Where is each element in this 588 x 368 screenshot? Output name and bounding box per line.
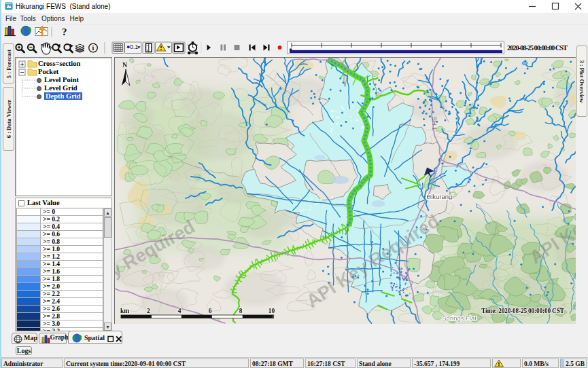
svg-text:2020-08-25 00:00:00 CST: 2020-08-25 00:00:00 CST	[507, 44, 568, 52]
svg-text:4: 4	[178, 308, 181, 314]
svg-text:km: km	[120, 308, 129, 314]
svg-text:6: 6	[209, 308, 212, 314]
svg-text:Hikurangi: Hikurangi	[426, 193, 453, 200]
svg-text:SH 1: SH 1	[431, 117, 438, 130]
svg-text:?: ?	[62, 26, 67, 37]
svg-text:10: 10	[269, 308, 275, 314]
svg-text:Time: 2020-08-25 00:00:00 CST: Time: 2020-08-25 00:00:00 CST	[481, 308, 564, 314]
svg-text:0.1: 0.1	[130, 43, 138, 50]
svg-text:Springs Flat: Springs Flat	[442, 314, 477, 322]
svg-text:2: 2	[147, 308, 150, 314]
svg-text:N: N	[122, 61, 128, 69]
svg-text:i: i	[92, 44, 94, 52]
svg-text:8: 8	[239, 308, 243, 314]
